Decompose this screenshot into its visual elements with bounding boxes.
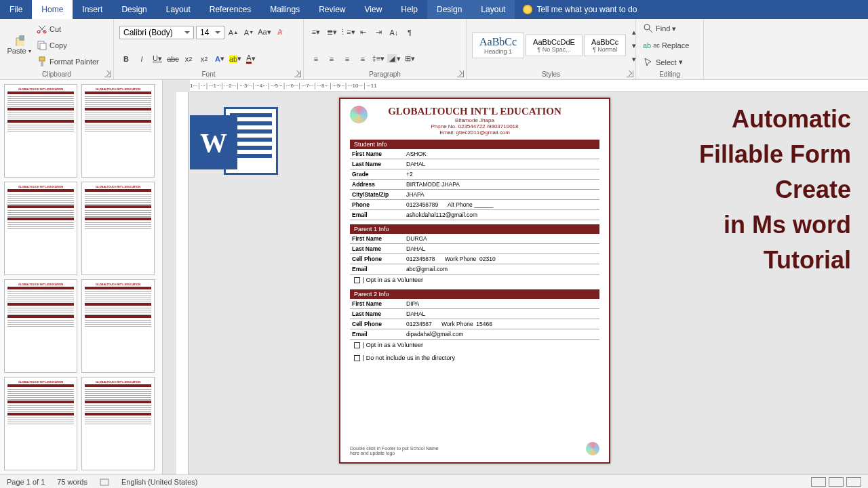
line-spacing-button[interactable]: ‡≡▾ [372,52,385,66]
cut-button[interactable]: Cut [35,23,100,35]
shrink-font-button[interactable]: A▼ [242,26,256,39]
brush-icon [37,56,47,67]
page-subtitle-3: Email: gtiec2011@gmail.com [350,129,599,136]
table-row: First NameASHOK [350,149,599,159]
show-marks-button[interactable]: ¶ [403,26,416,39]
align-right-button[interactable]: ≡ [340,52,354,66]
page-subtitle-1: Bitamode Jhapa [350,117,599,123]
directory-checkbox[interactable] [354,355,360,361]
style-no-spacing[interactable]: AaBbCcDdE¶ No Spac... [526,35,583,56]
underline-button[interactable]: U▾ [151,52,164,66]
styles-launcher[interactable] [627,70,633,77]
find-button[interactable]: Find ▾ [642,22,698,35]
font-color-button[interactable]: A▾ [244,52,258,66]
copy-icon [37,40,47,51]
superscript-button[interactable]: x2 [197,52,211,66]
tab-table-layout[interactable]: Layout [471,0,515,19]
svg-rect-6 [39,57,45,61]
page-thumbnail[interactable]: GLOBALTOUCH INT'L EDUCATION [81,279,155,373]
shading-button[interactable]: ◢▾ [387,52,401,66]
copy-button[interactable]: Copy [35,39,100,52]
paragraph-launcher[interactable] [457,70,464,77]
spellcheck-icon[interactable] [100,477,109,487]
font-size-combo[interactable]: 14 [196,26,224,39]
format-painter-button[interactable]: Format Painter [35,56,100,68]
strike-button[interactable]: abc [166,52,180,66]
tab-layout[interactable]: Layout [157,0,200,19]
page-thumbnail[interactable]: GLOBALTOUCH INT'L EDUCATION [81,84,155,178]
tab-design[interactable]: Design [112,0,156,19]
horizontal-ruler[interactable]: 1···│···│···1···│···2···│···3···│···4···… [190,80,868,92]
page-thumbnail[interactable]: GLOBALTOUCH INT'L EDUCATION [4,84,77,178]
table-row: Last NameDAHAL [350,159,599,169]
parent1-volunteer-checkbox[interactable] [354,277,360,283]
paste-button[interactable]: Paste ▾ [5,46,32,56]
student-table: First NameASHOKLast NameDAHALGrade+2Addr… [350,149,599,220]
view-print-button[interactable] [829,477,844,487]
font-name-combo[interactable]: Calibri (Body) [119,26,194,39]
svg-rect-1 [19,35,24,41]
navigation-pane[interactable]: /* placeholder */ GLOBALTOUCH INT'L EDUC… [0,80,163,474]
multilevel-button[interactable]: ⋮≡▾ [340,26,354,39]
align-left-button[interactable]: ≡ [309,52,323,66]
page-thumbnail[interactable]: GLOBALTOUCH INT'L EDUCATION [4,279,77,373]
sort-button[interactable]: A↓ [387,26,401,39]
subscript-button[interactable]: x2 [182,52,195,66]
italic-button[interactable]: I [135,52,149,66]
ribbon-tabs: File Home Insert Design Layout Reference… [0,0,868,19]
page-thumbnail[interactable]: GLOBALTOUCH INT'L EDUCATION [81,182,155,275]
justify-button[interactable]: ≡ [356,52,370,66]
table-row: City/State/ZipJHAPA [350,190,599,200]
cursor-icon [643,57,654,68]
paste-icon [14,35,24,46]
parent2-volunteer-checkbox[interactable] [354,342,360,348]
change-case-button[interactable]: Aa▾ [258,26,271,39]
svg-rect-7 [41,61,43,66]
tab-help[interactable]: Help [391,0,427,19]
replace-button[interactable]: abac Replace [642,41,698,50]
page-thumbnail[interactable]: GLOBALTOUCH INT'L EDUCATION [81,377,155,470]
align-center-button[interactable]: ≡ [325,52,338,66]
tab-mailings[interactable]: Mailings [260,0,309,19]
tab-file[interactable]: File [0,0,32,19]
borders-button[interactable]: ⊞▾ [403,52,416,66]
decrease-indent-button[interactable]: ⇤ [356,26,370,39]
clear-format-button[interactable]: A̷ [273,26,287,39]
view-read-button[interactable] [811,477,826,487]
vertical-ruler[interactable] [176,92,189,474]
view-web-button[interactable] [846,477,861,487]
style-normal[interactable]: AaBbCc¶ Normal [584,35,626,56]
clipboard-launcher[interactable] [104,70,111,77]
page-thumbnail[interactable]: GLOBALTOUCH INT'L EDUCATION [4,182,77,275]
status-language[interactable]: English (United States) [121,478,198,486]
parent2-table: First NameDIPALast NameDAHALCell Phone01… [350,299,599,340]
tab-view[interactable]: View [355,0,392,19]
bold-button[interactable]: B [119,52,133,66]
highlight-button[interactable]: ab▾ [229,52,242,66]
page-thumbnail[interactable]: GLOBALTOUCH INT'L EDUCATION [4,377,77,470]
font-launcher[interactable] [294,70,301,77]
increase-indent-button[interactable]: ⇥ [372,26,385,39]
tell-me-label: Tell me what you want to do [536,5,637,14]
tab-references[interactable]: References [200,0,260,19]
style-heading1[interactable]: AaBbCcHeading 1 [472,33,524,58]
select-button[interactable]: Select ▾ [642,56,698,68]
tab-home[interactable]: Home [32,0,73,19]
tab-table-design[interactable]: Design [427,0,471,19]
tab-review[interactable]: Review [309,0,355,19]
document-page[interactable]: GLOBALTOUCH INT'L EDUCATION Bitamode Jha… [339,98,610,464]
table-row: Emaildipadahal@gmail.com [350,329,599,340]
numbering-button[interactable]: ≣▾ [325,26,338,39]
group-label-clipboard: Clipboard [5,70,108,78]
tab-insert[interactable]: Insert [73,0,112,19]
status-words[interactable]: 75 words [57,478,87,486]
status-page[interactable]: Page 1 of 1 [7,478,45,486]
svg-rect-5 [40,43,46,49]
tell-me-box[interactable]: Tell me what you want to do [515,0,868,19]
table-row: Last NameDAHAL [350,244,599,254]
page-title: GLOBALTOUCH INT'L EDUCATION [350,106,599,117]
grow-font-button[interactable]: A▲ [226,26,240,39]
text-effects-button[interactable]: A▾ [213,52,226,66]
bullets-button[interactable]: ≡▾ [309,26,323,39]
table-row: Emailabc@gmail.com [350,264,599,274]
